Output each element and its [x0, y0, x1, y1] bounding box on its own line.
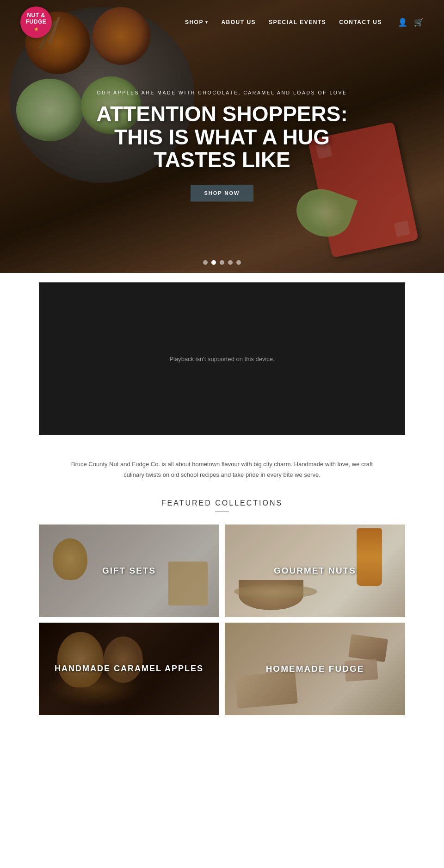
- gift-sets-overlay: GIFT SETS: [39, 525, 219, 617]
- about-section: Bruce County Nut and Fudge Co. is all ab…: [0, 435, 444, 499]
- nav-special-events[interactable]: SPECIAL EVENTS: [269, 19, 326, 25]
- collections-grid: GIFT SETS GOURMET NUTS HANDMADE CARAMEL …: [39, 525, 405, 715]
- collection-caramel-apples[interactable]: HANDMADE CARAMEL APPLES: [39, 623, 219, 715]
- logo-subtext: FUDGE: [26, 19, 47, 25]
- dot-2[interactable]: [211, 260, 216, 265]
- caramel-apples-label: HANDMADE CARAMEL APPLES: [45, 664, 213, 674]
- hero-section: NUT & FUDGE ★ SHOP ▾ ABOUT US SPECIAL EV…: [0, 0, 444, 273]
- featured-title: FEATURED COLLECTIONS: [39, 499, 405, 507]
- gourmet-nuts-overlay: GOURMET NUTS: [225, 525, 405, 617]
- account-icon[interactable]: 👤: [398, 18, 407, 27]
- nav-shop[interactable]: SHOP ▾: [185, 19, 209, 25]
- video-message: Playback isn't supported on this device.: [169, 356, 274, 362]
- shop-now-button[interactable]: SHOP NOW: [191, 185, 254, 202]
- gourmet-nuts-label: GOURMET NUTS: [274, 566, 356, 576]
- carousel-dots: [203, 260, 241, 265]
- logo-text: NUT &: [27, 12, 45, 19]
- featured-section: FEATURED COLLECTIONS GIFT SETS GOURMET N…: [0, 499, 444, 743]
- nav-icons-group: 👤 🛒: [398, 18, 424, 27]
- logo[interactable]: NUT & FUDGE ★: [20, 6, 52, 38]
- cart-icon[interactable]: 🛒: [414, 18, 424, 27]
- header: NUT & FUDGE ★ SHOP ▾ ABOUT US SPECIAL EV…: [0, 0, 444, 44]
- homemade-fudge-label: HOMEMADE FUDGE: [266, 664, 364, 674]
- dot-3[interactable]: [220, 260, 224, 265]
- logo-star: ★: [34, 26, 39, 32]
- nav-about[interactable]: ABOUT US: [221, 19, 256, 25]
- dot-1[interactable]: [203, 260, 208, 265]
- caramel-apples-overlay: HANDMADE CARAMEL APPLES: [39, 623, 219, 715]
- collection-gift-sets[interactable]: GIFT SETS: [39, 525, 219, 617]
- homemade-fudge-overlay: HOMEMADE FUDGE: [225, 623, 405, 715]
- collection-gourmet-nuts[interactable]: GOURMET NUTS: [225, 525, 405, 617]
- featured-divider: [215, 511, 229, 512]
- hero-subtitle: OUR APPLES ARE MADE WITH CHOCOLATE, CARA…: [83, 90, 361, 95]
- dot-5[interactable]: [236, 260, 241, 265]
- video-section: Playback isn't supported on this device.: [0, 273, 444, 435]
- video-container: Playback isn't supported on this device.: [39, 282, 405, 435]
- shop-chevron-icon: ▾: [205, 20, 209, 25]
- nav-contact-us[interactable]: CONTACT US: [339, 19, 382, 25]
- dot-4[interactable]: [228, 260, 233, 265]
- main-nav: SHOP ▾ ABOUT US SPECIAL EVENTS CONTACT U…: [185, 18, 424, 27]
- hero-content: OUR APPLES ARE MADE WITH CHOCOLATE, CARA…: [83, 90, 361, 201]
- about-body-text: Bruce County Nut and Fudge Co. is all ab…: [69, 459, 375, 481]
- hero-title: ATTENTION SHOPPERS: THIS IS WHAT A HUG T…: [83, 103, 361, 172]
- gift-sets-label: GIFT SETS: [102, 566, 156, 576]
- collection-homemade-fudge[interactable]: HOMEMADE FUDGE: [225, 623, 405, 715]
